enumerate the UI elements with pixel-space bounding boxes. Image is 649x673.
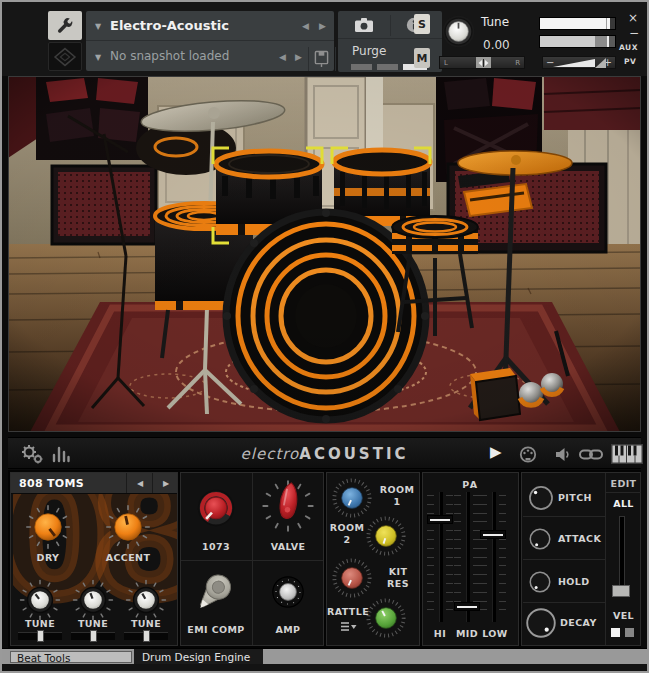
pa-mid-fader[interactable] [454,492,480,624]
pv-label[interactable]: PV [624,57,636,66]
tab-drum-design-engine[interactable]: Drum Design Engine [134,649,263,665]
ni-logo [48,42,82,71]
aux-label[interactable]: AUX [619,43,638,52]
accent-label: ACCENT [100,552,156,563]
kit-piece-name: 808 TOMS [19,477,84,490]
memory-meter-1 [351,64,372,70]
brand-toolbar: electroACOUSTIC ▶ [8,437,641,469]
next-snapshot-button[interactable]: ▶ [295,52,302,62]
minimize-icon[interactable]: − [629,26,639,40]
mute-button[interactable]: M [414,48,430,68]
output-meter-left [539,17,616,30]
attack-knob[interactable] [525,524,555,554]
bottom-filler [2,664,647,671]
kit-piece-header: 808 TOMS ◀ ▶ [11,473,177,494]
decay-label: DECAY [560,617,608,628]
valve-knob[interactable] [260,478,316,534]
rattle-menu-icon[interactable] [340,621,357,632]
1073-knob[interactable] [190,482,242,534]
tune3-label: TUNE [121,618,171,629]
wrench-settings-button[interactable] [48,11,82,40]
1073-label: 1073 [180,541,252,552]
next-instrument-button[interactable]: ▶ [319,21,326,31]
dry-knob[interactable] [24,503,72,551]
emi-comp-label: EMI COMP [180,624,252,635]
instrument-name: Electro-Acoustic [110,18,229,33]
next-piece-button[interactable]: ▶ [152,473,179,493]
hold-label: HOLD [558,576,602,587]
output-meter-right [539,35,616,48]
tune-knob-2[interactable] [71,578,115,622]
volume-slider[interactable]: − + [542,56,616,69]
memory-meter-2 [377,64,398,70]
pa-low-fader[interactable] [480,492,506,624]
rattle-knob[interactable] [363,595,409,641]
pa-hi-handle[interactable] [427,515,453,524]
pan-right-label: R [515,59,520,67]
close-icon[interactable]: × [628,11,638,25]
tune-knob[interactable] [441,14,476,49]
brand-title-acoustic: ACOUSTIC [299,445,408,463]
emi-comp-knob[interactable] [188,562,244,618]
valve-label: VALVE [252,541,324,552]
play-button[interactable]: ▶ [490,443,502,461]
edit-all-slider-handle[interactable] [612,585,630,597]
prev-instrument-button[interactable]: ◀ [302,21,309,31]
volume-wedge [553,59,595,67]
prev-piece-button[interactable]: ◀ [126,473,153,493]
prev-snapshot-button[interactable]: ◀ [279,52,286,62]
pa-low-handle[interactable] [480,530,506,539]
bottom-tab-strip: Beat Tools Drum Design Engine [2,648,647,664]
amp-knob[interactable] [264,568,312,616]
tune1-label: TUNE [15,618,65,629]
chevron-down-icon[interactable]: ▼ [95,22,101,31]
volume-minus[interactable]: − [546,57,554,68]
tune2-fine-slider[interactable] [71,632,115,640]
pan-handle-icon [478,59,489,67]
save-snapshot-icon[interactable] [314,50,329,67]
instrument-title-block: ▼ Electro-Acoustic ◀ ▶ ▼ No snapshot loa… [86,11,334,71]
vel-toggle-off[interactable] [625,628,634,637]
drum-kit-scene [8,76,641,432]
room1-label: ROOM1 [376,484,418,508]
pitch-knob[interactable] [524,481,558,515]
purge-dropdown[interactable]: Purge [352,44,386,58]
pitch-label: PITCH [558,492,602,503]
wrench-icon [54,16,76,36]
kontakt-header: ▼ Electro-Acoustic ◀ ▶ ▼ No snapshot loa… [2,2,647,76]
solo-button[interactable]: S [414,14,430,34]
tune-knob-3[interactable] [124,578,168,622]
midi-icon[interactable] [519,446,537,463]
room2-knob[interactable] [363,513,409,559]
pan-left-label: L [444,59,448,67]
attack-label: ATTACK [558,533,606,544]
pan-handle[interactable] [476,57,491,68]
amp-label: AMP [252,624,324,635]
ni-emblem-icon [52,45,78,69]
pa-hi-fader[interactable] [427,492,453,624]
camera-icon[interactable] [354,17,374,33]
kit-res-label: KITRES [378,566,418,590]
pan-slider[interactable]: L R [439,56,525,69]
tune-label: Tune [481,15,509,29]
tune1-fine-slider[interactable] [18,632,62,640]
vel-toggle-on[interactable] [611,628,620,637]
tune-value[interactable]: 0.00 [483,38,510,52]
speaker-icon[interactable] [555,447,570,462]
accent-knob[interactable] [104,503,152,551]
edit-all-label[interactable]: ALL [606,498,641,509]
link-icon[interactable] [579,448,603,461]
chevron-down-icon[interactable]: ▼ [95,53,101,62]
brand-title: electroACOUSTIC [8,445,641,463]
room2-label: ROOM2 [328,522,366,546]
pa-low-label: LOW [478,628,512,639]
tune-knob-1[interactable] [18,578,62,622]
keyboard-icon[interactable] [611,444,643,464]
instrument-title-row[interactable]: ▼ Electro-Acoustic ◀ ▶ [86,11,334,41]
tune3-fine-slider[interactable] [124,632,168,640]
hold-knob[interactable] [525,567,555,597]
pa-mid-handle[interactable] [454,602,480,611]
tab-beat-tools[interactable]: Beat Tools [10,651,132,663]
edit-all-slider[interactable] [619,516,625,594]
decay-knob[interactable] [522,604,560,642]
